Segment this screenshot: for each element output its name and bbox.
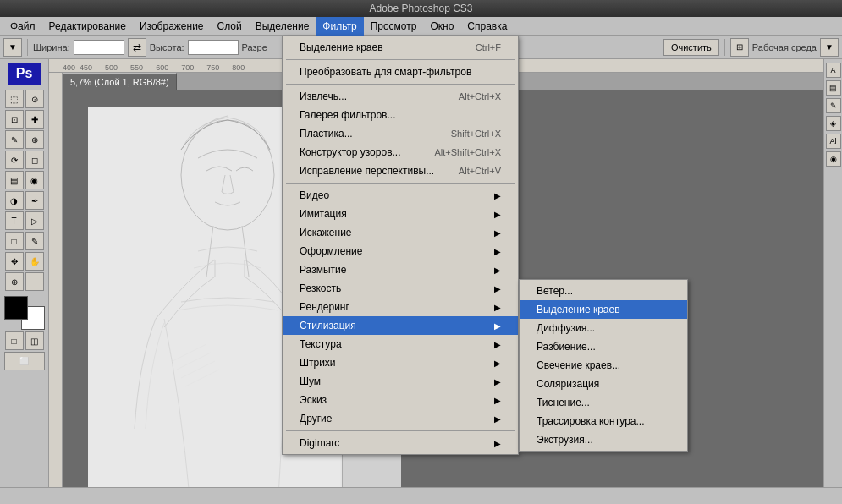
menu-window[interactable]: Окно — [423, 17, 460, 36]
stylize-extrude2[interactable]: Экструзия... — [520, 430, 687, 449]
eyedropper-tool[interactable]: ✥ — [5, 252, 24, 271]
filter-pattern[interactable]: Конструктор узоров... Alt+Shift+Ctrl+X — [283, 143, 518, 162]
filter-sharp[interactable]: Резкость ▶ — [283, 279, 518, 298]
brush-tool[interactable]: ✎ — [5, 130, 24, 149]
resolution-label: Разре — [242, 42, 267, 52]
eraser-tool[interactable]: ◻ — [25, 151, 44, 169]
tool-row-mode: □ ◫ — [5, 331, 44, 350]
foreground-color[interactable] — [4, 296, 28, 320]
crop-tool[interactable]: ⊡ — [5, 110, 24, 129]
dodge-tool[interactable]: ◑ — [5, 191, 24, 210]
tool-row-3: ✎ ⊕ — [5, 130, 44, 149]
filter-find-edges-top-label: Выделение краев — [300, 41, 383, 53]
filter-liquify[interactable]: Пластика... Shift+Ctrl+X — [283, 124, 518, 143]
filter-sketch-arrow: ▶ — [494, 396, 501, 405]
hand-tool[interactable]: ✋ — [25, 252, 44, 271]
panel-btn-5[interactable]: Al — [826, 134, 841, 149]
lasso-tool[interactable]: ⊙ — [25, 90, 44, 108]
stylize-wind[interactable]: Ветер... — [520, 282, 687, 300]
filter-smart[interactable]: Преобразовать для смарт-фильтров — [283, 63, 518, 81]
clear-button[interactable]: Очистить — [663, 39, 719, 56]
filter-stylize-label: Стилизация — [300, 320, 356, 331]
note-tool[interactable]: ✎ — [25, 232, 44, 250]
gradient-tool[interactable]: ▤ — [5, 171, 24, 189]
stylize-wind-label: Ветер... — [537, 285, 573, 297]
filter-sketch[interactable]: Эскиз ▶ — [283, 391, 518, 409]
panel-btn-1[interactable]: A — [826, 63, 841, 78]
filter-strokes[interactable]: Штрихи ▶ — [283, 353, 518, 372]
filter-other[interactable]: Другие ▶ — [283, 409, 518, 428]
workspace-label: Рабочая среда — [752, 42, 817, 52]
filter-strokes-label: Штрихи — [300, 357, 336, 369]
healing-tool[interactable]: ✚ — [25, 110, 44, 129]
text-tool[interactable]: T — [5, 211, 24, 230]
panel-btn-3[interactable]: ✎ — [826, 98, 841, 113]
filter-extract-shortcut: Alt+Ctrl+X — [459, 91, 501, 101]
tool-row-1: ⬚ ⊙ — [5, 90, 44, 108]
filter-find-edges-top[interactable]: Выделение краев Ctrl+F — [283, 38, 518, 57]
panel-btn-2[interactable]: ▤ — [826, 80, 841, 96]
tool-row-5: ▤ ◉ — [5, 171, 44, 189]
quick-mask[interactable]: ◫ — [25, 331, 44, 350]
stylize-submenu: Ветер... Выделение краев Диффузия... Раз… — [519, 279, 688, 452]
height-input[interactable] — [188, 40, 239, 55]
filter-distort-label: Искажение — [300, 227, 352, 238]
menu-bar: Файл Редактирование Изображение Слой Выд… — [0, 17, 842, 36]
stylize-emboss[interactable]: Тиснение... — [520, 393, 687, 412]
stylize-extrude[interactable]: Разбиение... — [520, 337, 687, 356]
marquee-tool[interactable]: ⬚ — [5, 90, 24, 108]
menu-help[interactable]: Справка — [460, 17, 514, 36]
stamp-tool[interactable]: ⊕ — [25, 130, 44, 149]
stylize-solarize[interactable]: Соляризация — [520, 375, 687, 393]
menu-image[interactable]: Изображение — [133, 17, 211, 36]
menu-file[interactable]: Файл — [3, 17, 42, 36]
filter-texture[interactable]: Текстура ▶ — [283, 335, 518, 353]
screen-mode[interactable]: ⬜ — [4, 352, 45, 370]
panel-btn-4[interactable]: ◈ — [826, 116, 841, 131]
stylize-diffuse[interactable]: Диффузия... — [520, 319, 687, 337]
filter-imitation[interactable]: Имитация ▶ — [283, 205, 518, 223]
blur-tool[interactable]: ◉ — [25, 171, 44, 189]
filter-gallery[interactable]: Галерея фильтров... — [283, 106, 518, 124]
empty-tool — [25, 272, 44, 291]
filter-sep-1 — [286, 59, 515, 60]
stylize-trace[interactable]: Трассировка контура... — [520, 412, 687, 430]
filter-stylize[interactable]: Стилизация ▶ — [283, 316, 518, 335]
stylize-glow[interactable]: Свечение краев... — [520, 356, 687, 375]
filter-texture-arrow: ▶ — [494, 340, 501, 349]
filter-video[interactable]: Видео ▶ — [283, 186, 518, 205]
filter-smart-label: Преобразовать для смарт-фильтров — [300, 66, 471, 78]
standard-mode[interactable]: □ — [5, 331, 24, 350]
menu-edit[interactable]: Редактирование — [42, 17, 133, 36]
workspace-arrow-icon[interactable]: ▼ — [820, 38, 839, 57]
filter-perspective[interactable]: Исправление перспективы... Alt+Ctrl+V — [283, 162, 518, 180]
shape-tool[interactable]: □ — [5, 232, 24, 250]
filter-digimarc[interactable]: Digimarc ▶ — [283, 434, 518, 452]
stylize-diffuse-label: Диффузия... — [537, 322, 595, 334]
filter-blur-arrow: ▶ — [494, 266, 501, 275]
filter-liquify-label: Пластика... — [300, 128, 353, 140]
filter-noise[interactable]: Шум ▶ — [283, 372, 518, 391]
canvas-tab-active[interactable]: 5,7% (Слой 1, RGB/8#) — [63, 73, 177, 90]
menu-filter[interactable]: Фильтр — [316, 17, 363, 36]
swap-icon[interactable]: ⇄ — [128, 38, 146, 57]
path-tool[interactable]: ▷ — [25, 211, 44, 230]
filter-blur[interactable]: Размытие ▶ — [283, 260, 518, 279]
filter-distort[interactable]: Искажение ▶ — [283, 223, 518, 242]
filter-design[interactable]: Оформление ▶ — [283, 242, 518, 260]
filter-extract[interactable]: Извлечь... Alt+Ctrl+X — [283, 87, 518, 106]
panel-btn-6[interactable]: ◉ — [826, 151, 841, 167]
history-tool[interactable]: ⟳ — [5, 151, 24, 169]
width-input[interactable] — [74, 40, 124, 55]
menu-view[interactable]: Просмотр — [364, 17, 424, 36]
menu-layer[interactable]: Слой — [211, 17, 249, 36]
zoom-tool[interactable]: ⊕ — [5, 272, 24, 291]
menu-select[interactable]: Выделение — [249, 17, 316, 36]
filter-render[interactable]: Рендеринг ▶ — [283, 298, 518, 316]
workspace-icon[interactable]: ⊞ — [730, 38, 749, 57]
pen-tool[interactable]: ✒ — [25, 191, 44, 210]
stylize-find-edges[interactable]: Выделение краев — [520, 300, 687, 319]
tool-arrow-btn[interactable]: ▼ — [3, 38, 22, 57]
color-swatches[interactable] — [4, 296, 45, 330]
ruler-left — [49, 73, 63, 487]
